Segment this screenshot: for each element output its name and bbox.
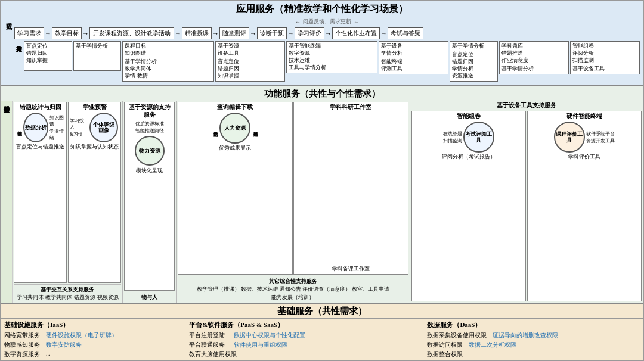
feedback-bar: ← 问题反馈、需求更新 ←: [14, 18, 640, 26]
support-box-1: 盲点定位错题归因知识掌握: [24, 41, 72, 71]
flow-step-8: 个性化作业布置: [332, 27, 380, 39]
base-service-title: 基础服务（共性需求）: [1, 304, 643, 318]
circle-class-portrait: 个体班级画像: [89, 113, 118, 142]
base-paas-row1: 平台注册登陆 数据中心权限与个性化配置: [189, 331, 419, 340]
support-box-2: 基于学情分析: [73, 41, 122, 71]
base-iaas-title: 基础设施服务（IaaS）: [4, 320, 181, 329]
func-col-b: 基于资源的支持服务 优质资源标准 智能推送路径 物力资源 模块化呈现 物与人: [123, 101, 177, 303]
base-paas-title: 平台&软件服务（PaaS & SaaS）: [189, 320, 419, 329]
base-daas-row2: 数据访问权限 数据二次分析权限: [427, 341, 640, 349]
base-iaas-row3: 数字资源服务 ...: [4, 350, 181, 359]
func-col-d: 基于设备工具支持服务 智能组卷 在线答题 扫描监测 考试评阅工具 评阅分析（考试…: [410, 101, 644, 303]
circle-data-analysis: 数据分析: [23, 113, 48, 142]
base-service-section: 基础服务（共性需求） 基础设施服务（IaaS） 网络宽带服务 硬件设施权限（电子…: [1, 304, 643, 360]
base-iaas-row1: 网络宽带服务 硬件设施权限（电子班牌）: [4, 331, 181, 340]
interaction-support: 基于交互关系支持服务 学习共同体 教学共同体 错题资源 视频资源: [14, 284, 121, 301]
base-paas-row3: 教育大脑使用权限: [189, 350, 419, 359]
module-search: 查询编辑下载 主题活动工作坊 人力资源 智能推送路径 优秀成果展示: [178, 102, 293, 275]
func-left-label: 基于学情分析支持服务: [1, 101, 13, 303]
support-box-4: 基于资源设备工具盲点定位错题归因知识掌握: [215, 41, 285, 82]
flow-row: 学习需求 → 教学目标 → 开发课程资源、设计教学活动 → 精准授课 → 随堂测…: [14, 27, 640, 39]
func-col-a: 错题统计与归因 个性化作业定制 数据分析 知识图谱 学业情绪 盲点定位与错题推送: [13, 101, 123, 303]
circle-kecheng: 课程评价工具: [554, 122, 585, 153]
other-support: 其它综合性支持服务 教学管理（排课） 数据、技术运维 通知公告 评价调查（满意度…: [178, 276, 408, 301]
module-cuoti: 错题统计与归因 个性化作业定制 数据分析 知识图谱 学业情绪 盲点定位与错题推送: [14, 102, 67, 283]
flow-step-2: 教学目标: [52, 27, 82, 39]
module-research: 学科科研工作室 学科备课工作室: [293, 102, 408, 275]
support-box-6: 基于设备学情分析智能终端评测工具: [379, 41, 448, 74]
base-col-paas: 平台&软件服务（PaaS & SaaS） 平台注册登陆 数据中心权限与个性化配置…: [185, 319, 423, 360]
module-xueyejinggao: 学业预警 学习投入 &习惯 个体班级画像 知识掌握与认知状态: [68, 102, 121, 283]
func-service-title: 功能服务（共性与个性需求）: [1, 86, 643, 101]
module-resource: 基于资源的支持服务 优质资源标准 智能推送路径 物力资源 模块化呈现: [124, 102, 175, 291]
support-box-9: 智能组卷评阅分析扫描监测基于设备工具: [570, 41, 640, 74]
main-container: 应用服务（精准教学和个性化学习场景） 流程 ← 问题反馈、需求更新 ← 学习需求…: [0, 0, 644, 361]
circle-renli: 人力资源: [219, 113, 250, 144]
support-box-7: 基于学情分析盲点定位错题归因学情分析资源推送: [450, 41, 498, 82]
support-boxes: 盲点定位错题归因知识掌握 基于学情分析 课程目标知识图谱基于学情分析教学共同体学…: [24, 41, 640, 82]
flow-step-4: 精准授课: [182, 27, 212, 39]
module-yingjian: 硬件智能终端 课程评价工具 软件系统平台 资源开发工具 学科评价工具: [527, 111, 642, 301]
flow-step-5: 随堂测评: [219, 27, 249, 39]
base-col-daas: 数据服务（DaaS） 数据采集设备使用权限 证据导向的增删改查权限 数据访问权限…: [423, 319, 643, 360]
base-daas-title: 数据服务（DaaS）: [427, 320, 640, 329]
circle-kaoshi: 考试评阅工具: [463, 122, 494, 153]
support-label: 支持服务: [14, 41, 23, 74]
circle-wuli: 物力资源: [135, 136, 165, 166]
app-service-title: 应用服务（精准教学和个性化学习场景）: [4, 3, 640, 15]
flow-step-1: 学习需求: [14, 27, 44, 39]
base-iaas-row2: 物联感知服务 数字安防服务: [4, 341, 181, 349]
flow-step-3: 开发课程资源、设计教学活动: [89, 27, 174, 39]
func-col-c: 查询编辑下载 主题活动工作坊 人力资源 智能推送路径 优秀成果展示 学科科研工作…: [177, 101, 410, 303]
base-daas-row1: 数据采集设备使用权限 证据导向的增删改查权限: [427, 331, 640, 340]
support-box-8: 学科题库错题推送作业满意度基于学情分析: [499, 41, 569, 74]
flow-step-7: 学习评价: [295, 27, 324, 39]
module-zhijuan: 智能组卷 在线答题 扫描监测 考试评阅工具 评阅分析（考试报告）: [411, 111, 526, 301]
base-daas-row3: 数据整合权限: [427, 350, 640, 359]
support-row: 支持服务 盲点定位错题归因知识掌握 基于学情分析 课程目标知识图谱基于学情分析教…: [14, 41, 640, 82]
base-paas-row2: 平台联通服务 软件使用与重组权限: [189, 341, 419, 349]
flow-step-9: 考试与答疑: [388, 27, 423, 39]
app-service-section: 应用服务（精准教学和个性化学习场景） 流程 ← 问题反馈、需求更新 ← 学习需求…: [1, 1, 643, 86]
func-service-section: 功能服务（共性与个性需求） 基于学情分析支持服务 错题统计与归因 个性化作业定制…: [1, 86, 643, 304]
support-box-3: 课程目标知识图谱基于学情分析教学共同体学情·教情: [122, 41, 213, 82]
flow-step-6: 诊断干预: [257, 27, 287, 39]
support-box-5: 基于智能终端数字资源技术运维工具与学情分析: [286, 41, 377, 73]
base-columns: 基础设施服务（IaaS） 网络宽带服务 硬件设施权限（电子班牌） 物联感知服务 …: [1, 318, 643, 360]
process-label: 流程: [4, 19, 13, 38]
base-col-iaas: 基础设施服务（IaaS） 网络宽带服务 硬件设施权限（电子班牌） 物联感知服务 …: [1, 319, 185, 360]
